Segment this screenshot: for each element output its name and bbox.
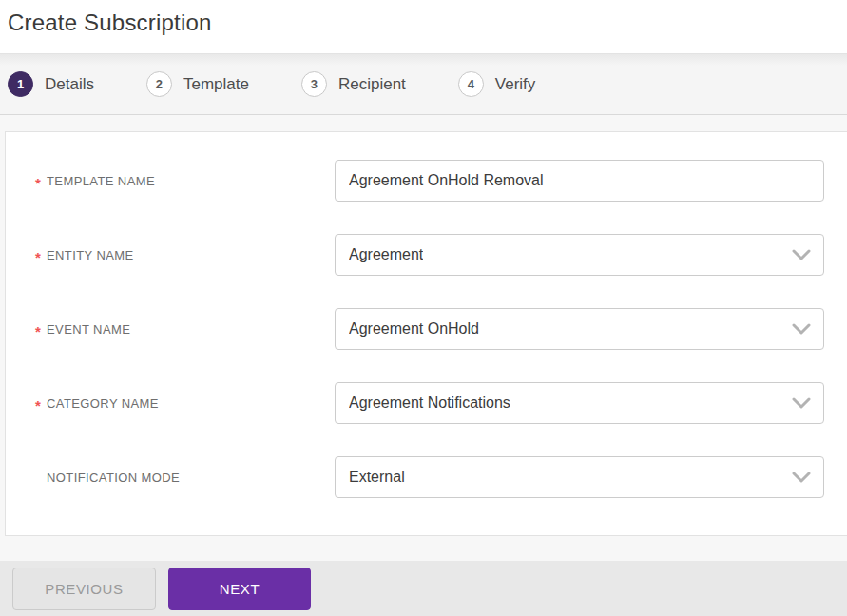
step-number-badge: 4 (458, 71, 484, 97)
event-name-dropdown[interactable]: Agreement OnHold (335, 308, 824, 350)
dropdown-selected-value: Agreement Notifications (349, 395, 510, 412)
required-asterisk (35, 475, 47, 479)
details-form-panel: * TEMPLATE NAME * ENTITY NAME Agreement … (5, 131, 847, 536)
field-row-entity-name: * ENTITY NAME Agreement (6, 234, 847, 276)
content-area: * TEMPLATE NAME * ENTITY NAME Agreement … (0, 115, 847, 616)
step-label: Template (183, 75, 249, 94)
field-row-category-name: * CATEGORY NAME Agreement Notifications (6, 382, 847, 424)
field-label: ENTITY NAME (47, 248, 134, 262)
field-label-cell: * EVENT NAME (35, 320, 335, 338)
field-label: NOTIFICATION MODE (47, 471, 180, 485)
field-label-cell: * TEMPLATE NAME (35, 172, 335, 190)
field-label: TEMPLATE NAME (47, 174, 155, 188)
dropdown-selected-value: External (349, 469, 405, 486)
stepper-step-verify[interactable]: 4 Verify (458, 71, 536, 97)
field-row-event-name: * EVENT NAME Agreement OnHold (6, 308, 847, 350)
stepper-step-recipient[interactable]: 3 Recipient (301, 71, 406, 97)
dropdown-selected-value: Agreement OnHold (349, 320, 479, 337)
footer-bar: PREVIOUS NEXT (0, 561, 847, 616)
field-row-notification-mode: NOTIFICATION MODE External (6, 456, 847, 498)
step-label: Verify (495, 75, 536, 94)
chevron-down-icon (791, 322, 812, 336)
required-asterisk: * (35, 246, 47, 264)
required-asterisk: * (35, 172, 47, 190)
field-label-cell: * CATEGORY NAME (35, 395, 335, 413)
form: * TEMPLATE NAME * ENTITY NAME Agreement … (6, 160, 847, 498)
field-label: EVENT NAME (47, 322, 130, 337)
step-label: Recipient (338, 75, 406, 94)
field-label-cell: NOTIFICATION MODE (35, 471, 335, 485)
field-label: CATEGORY NAME (47, 396, 159, 411)
notification-mode-dropdown[interactable]: External (335, 456, 824, 498)
entity-name-dropdown[interactable]: Agreement (335, 234, 824, 276)
step-number-badge: 1 (8, 71, 33, 97)
required-asterisk: * (35, 395, 47, 413)
stepper: 1 Details 2 Template 3 Recipient 4 Verif… (0, 54, 847, 115)
chevron-down-icon (791, 471, 812, 484)
step-number-badge: 3 (301, 71, 327, 97)
dropdown-selected-value: Agreement (349, 246, 423, 263)
category-name-dropdown[interactable]: Agreement Notifications (335, 382, 824, 424)
step-label: Details (45, 75, 94, 94)
chevron-down-icon (791, 396, 812, 410)
next-button[interactable]: NEXT (168, 568, 311, 610)
previous-button[interactable]: PREVIOUS (12, 568, 156, 610)
stepper-step-template[interactable]: 2 Template (146, 71, 249, 97)
page-title: Create Subscription (8, 10, 212, 36)
create-subscription-page: Create Subscription 1 Details 2 Template… (0, 0, 847, 616)
stepper-step-details[interactable]: 1 Details (8, 71, 94, 97)
chevron-down-icon (791, 248, 812, 261)
page-header: Create Subscription (0, 0, 847, 54)
required-asterisk: * (35, 320, 47, 338)
field-row-template-name: * TEMPLATE NAME (6, 160, 847, 202)
template-name-input[interactable] (335, 160, 824, 202)
field-label-cell: * ENTITY NAME (35, 246, 335, 264)
step-number-badge: 2 (146, 71, 172, 97)
